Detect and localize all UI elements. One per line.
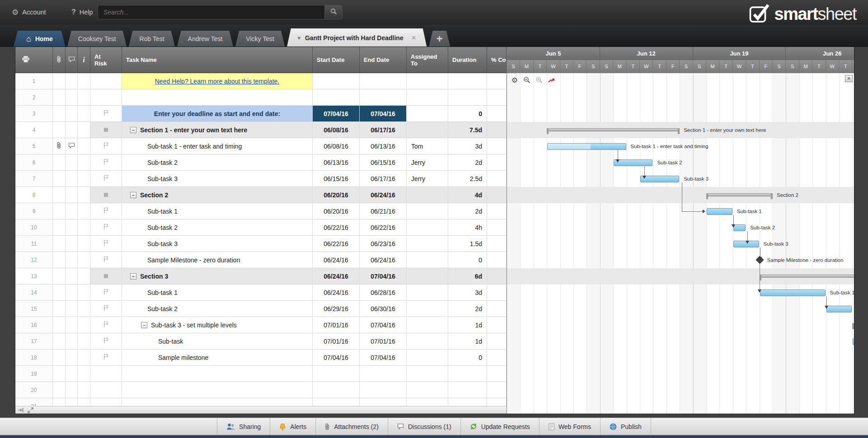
task-name-cell[interactable] <box>122 89 313 106</box>
task-name-cell[interactable]: −Sub-task 3 - set multiple levels <box>122 317 313 333</box>
gantt-task-bar[interactable] <box>760 289 826 296</box>
task-name-cell[interactable]: Sub-task 2 <box>122 301 313 317</box>
pct-complete-cell[interactable] <box>487 171 507 187</box>
at-risk-cell[interactable] <box>90 236 122 252</box>
duration-cell[interactable]: 2d <box>448 154 487 171</box>
at-risk-cell[interactable] <box>90 122 122 138</box>
task-name-cell[interactable]: −Section 3 <box>122 268 313 284</box>
duration-cell[interactable]: 0 <box>448 106 487 122</box>
row-number[interactable]: 9 <box>15 203 53 219</box>
duration-cell[interactable]: 6d <box>448 268 487 284</box>
collapse-toggle[interactable]: − <box>130 192 136 198</box>
start-date-cell[interactable]: 06/24/16 <box>313 252 360 268</box>
at-risk-cell[interactable] <box>90 317 122 333</box>
at-risk-cell[interactable] <box>90 219 122 236</box>
search-button[interactable] <box>324 5 343 19</box>
end-date-cell[interactable] <box>360 382 407 398</box>
end-date-cell[interactable]: 06/15/16 <box>360 154 407 171</box>
assigned-to-cell[interactable] <box>407 122 448 138</box>
tab-sheet[interactable]: Andrew Test <box>177 31 234 47</box>
task-name-cell[interactable]: Need Help? Learn more about this templat… <box>122 73 313 89</box>
pct-complete-cell[interactable] <box>487 138 507 154</box>
assigned-to-cell[interactable] <box>407 89 448 106</box>
at-risk-column-header[interactable]: At Risk <box>90 47 122 73</box>
sharing-button[interactable]: Sharing <box>217 418 270 435</box>
pct-complete-cell[interactable] <box>487 268 507 284</box>
row-number[interactable]: 2 <box>15 89 53 106</box>
table-row[interactable]: 16−Sub-task 3 - set multiple levels07/01… <box>15 317 507 333</box>
table-row[interactable]: 6Sub-task 206/13/1606/15/16Jerry2d <box>15 154 507 171</box>
gantt-summary-bar[interactable] <box>706 193 773 196</box>
duration-cell[interactable]: 0 <box>448 252 487 268</box>
end-date-column-header[interactable]: End Date <box>360 47 407 73</box>
table-row[interactable]: 12Sample Milestone - zero duration06/24/… <box>15 252 507 268</box>
duration-cell[interactable]: 0 <box>448 349 487 366</box>
discussions-button[interactable]: Discussions (1) <box>388 418 461 435</box>
end-date-cell[interactable]: 06/24/16 <box>360 187 407 203</box>
gantt-task-bar[interactable] <box>707 208 732 215</box>
end-date-cell[interactable]: 07/04/16 <box>360 268 407 284</box>
end-date-cell[interactable]: 06/17/16 <box>360 171 407 187</box>
assigned-to-cell[interactable] <box>407 203 448 219</box>
gantt-settings-icon[interactable]: ⚙ <box>510 75 519 84</box>
pct-complete-cell[interactable] <box>487 333 507 349</box>
row-number[interactable]: 11 <box>15 236 53 252</box>
start-date-cell[interactable]: 06/22/16 <box>313 236 360 252</box>
duration-cell[interactable]: 4d <box>448 187 487 203</box>
start-date-cell[interactable]: 06/20/16 <box>313 187 360 203</box>
at-risk-cell[interactable] <box>90 187 122 203</box>
account-menu[interactable]: ⚙ Account <box>12 0 46 24</box>
table-row[interactable]: 15Sub-task 206/29/1606/30/162d <box>15 301 507 317</box>
duration-cell[interactable]: 4h <box>448 219 487 236</box>
table-row[interactable]: 18Sample milestone07/04/1607/04/160 <box>15 349 507 366</box>
row-number[interactable]: 17 <box>15 333 53 349</box>
pct-complete-cell[interactable] <box>487 317 507 333</box>
row-number[interactable]: 15 <box>15 301 53 317</box>
start-date-cell[interactable]: 06/24/16 <box>313 284 360 301</box>
row-number[interactable]: 18 <box>15 349 53 366</box>
zoom-in-icon[interactable] <box>535 75 544 84</box>
duration-cell[interactable] <box>448 382 487 398</box>
start-date-cell[interactable]: 06/24/16 <box>313 268 360 284</box>
end-date-cell[interactable]: 06/23/16 <box>360 236 407 252</box>
pct-complete-cell[interactable] <box>487 219 507 236</box>
row-number[interactable]: 1 <box>15 73 53 89</box>
end-date-cell[interactable]: 06/17/16 <box>360 122 407 138</box>
end-date-cell[interactable] <box>360 366 407 382</box>
assigned-to-cell[interactable] <box>407 187 448 203</box>
assigned-to-cell[interactable]: Jerry <box>407 154 448 171</box>
end-date-cell[interactable]: 06/30/16 <box>360 301 407 317</box>
jump-to-column-icon[interactable] <box>18 407 24 413</box>
end-date-cell[interactable]: 07/01/16 <box>360 333 407 349</box>
critical-path-icon[interactable] <box>547 75 556 84</box>
pct-complete-cell[interactable] <box>487 236 507 252</box>
web-forms-button[interactable]: Web Forms <box>540 418 601 435</box>
at-risk-cell[interactable] <box>90 268 122 284</box>
at-risk-cell[interactable] <box>90 73 122 89</box>
duration-cell[interactable]: 2.5d <box>448 171 487 187</box>
duration-cell[interactable]: 1d <box>448 333 487 349</box>
end-date-cell[interactable] <box>360 73 407 89</box>
start-date-cell[interactable]: 07/04/16 <box>313 106 360 122</box>
row-number[interactable]: 5 <box>15 138 53 154</box>
at-risk-cell[interactable] <box>90 89 122 106</box>
duration-cell[interactable]: 1d <box>448 317 487 333</box>
gantt-summary-bar[interactable] <box>852 323 854 326</box>
pct-complete-cell[interactable] <box>487 73 507 89</box>
duration-cell[interactable] <box>448 73 487 89</box>
assigned-to-cell[interactable] <box>407 382 448 398</box>
info-column-header[interactable]: i <box>78 47 90 73</box>
row-number[interactable]: 13 <box>15 268 53 284</box>
pct-complete-cell[interactable] <box>487 349 507 366</box>
task-name-cell[interactable] <box>122 366 313 382</box>
start-date-cell[interactable] <box>313 382 360 398</box>
assigned-to-cell[interactable] <box>407 73 448 89</box>
search-input[interactable] <box>98 5 324 19</box>
comment-icon[interactable] <box>68 143 75 150</box>
row-number[interactable]: 6 <box>15 154 53 171</box>
task-name-cell[interactable]: Sub-task 1 <box>122 203 313 219</box>
pct-complete-cell[interactable] <box>487 252 507 268</box>
table-row[interactable]: 17Sub-task07/01/1607/01/161d <box>15 333 507 349</box>
tab-sheet[interactable]: Cooksey Test <box>67 31 127 47</box>
task-name-cell[interactable]: −Section 2 <box>122 187 313 203</box>
